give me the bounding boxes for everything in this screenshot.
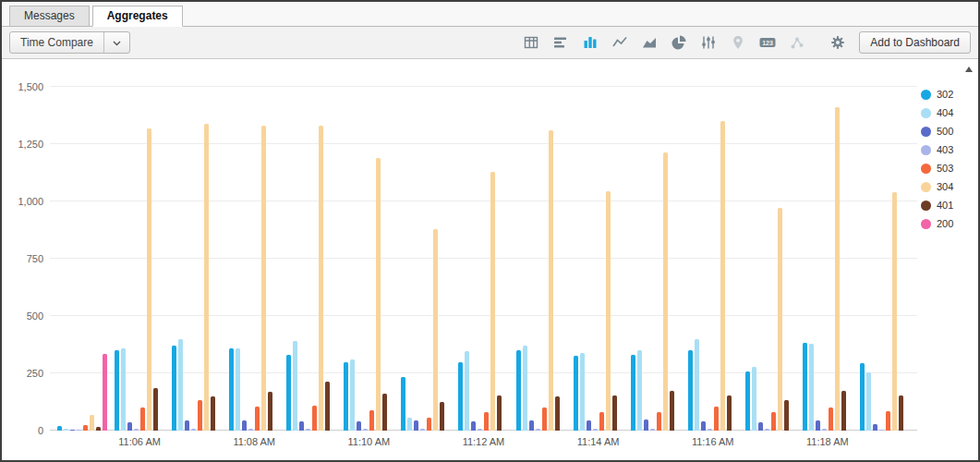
- bar-503[interactable]: [140, 407, 145, 431]
- bar-404[interactable]: [523, 346, 527, 431]
- bar-500[interactable]: [185, 420, 189, 431]
- bar-404[interactable]: [580, 353, 585, 431]
- bar-404[interactable]: [866, 372, 871, 431]
- bar-401[interactable]: [899, 395, 903, 431]
- bar-503[interactable]: [771, 412, 776, 431]
- bar-304[interactable]: [606, 191, 611, 431]
- add-to-dashboard-button[interactable]: Add to Dashboard: [859, 31, 971, 54]
- bar-503[interactable]: [369, 410, 374, 431]
- bar-401[interactable]: [727, 395, 732, 431]
- bar-403[interactable]: [134, 429, 139, 431]
- bar-chart-horizontal-icon[interactable]: [551, 34, 569, 52]
- bar-302[interactable]: [172, 346, 176, 431]
- legend-item-401[interactable]: 401: [921, 200, 974, 211]
- bar-500[interactable]: [816, 420, 820, 431]
- bar-403[interactable]: [191, 429, 196, 431]
- bar-302[interactable]: [115, 350, 119, 431]
- bar-chart-column-icon[interactable]: [581, 34, 599, 52]
- bar-401[interactable]: [268, 392, 272, 431]
- node-graph-icon[interactable]: [788, 34, 805, 52]
- bar-401[interactable]: [670, 391, 674, 431]
- bar-503[interactable]: [829, 407, 833, 431]
- bar-403[interactable]: [306, 429, 310, 431]
- bar-304[interactable]: [663, 152, 668, 431]
- bar-403[interactable]: [593, 429, 598, 431]
- sliders-icon[interactable]: [699, 34, 717, 52]
- bar-500[interactable]: [414, 420, 418, 431]
- bar-403[interactable]: [708, 429, 712, 431]
- bar-500[interactable]: [127, 422, 132, 431]
- bar-304[interactable]: [147, 128, 151, 431]
- bar-401[interactable]: [153, 388, 158, 431]
- bar-403[interactable]: [879, 430, 884, 431]
- bar-404[interactable]: [752, 367, 756, 431]
- bar-401[interactable]: [612, 395, 617, 431]
- bar-503[interactable]: [255, 407, 260, 431]
- numeric-display-icon[interactable]: 123: [758, 34, 776, 52]
- bar-302[interactable]: [631, 355, 635, 431]
- bar-404[interactable]: [121, 348, 126, 431]
- bar-401[interactable]: [555, 396, 560, 431]
- bar-503[interactable]: [484, 412, 489, 431]
- bar-304[interactable]: [720, 121, 725, 431]
- bar-404[interactable]: [809, 344, 814, 431]
- bar-403[interactable]: [822, 429, 827, 431]
- bar-403[interactable]: [363, 429, 368, 431]
- bar-403[interactable]: [420, 429, 425, 431]
- bar-500[interactable]: [242, 420, 247, 431]
- legend-item-500[interactable]: 500: [921, 126, 974, 137]
- bar-404[interactable]: [236, 348, 240, 431]
- bar-500[interactable]: [471, 421, 476, 431]
- bar-403[interactable]: [765, 429, 769, 431]
- bar-403[interactable]: [248, 429, 253, 431]
- bar-302[interactable]: [803, 343, 807, 431]
- bar-304[interactable]: [549, 130, 553, 431]
- area-chart-icon[interactable]: [640, 34, 658, 52]
- bar-500[interactable]: [758, 422, 763, 431]
- bar-304[interactable]: [204, 124, 209, 431]
- table-icon[interactable]: [522, 34, 539, 52]
- bar-503[interactable]: [714, 407, 719, 431]
- bar-404[interactable]: [178, 339, 183, 431]
- bar-302[interactable]: [57, 426, 62, 431]
- bar-500[interactable]: [587, 420, 591, 431]
- bar-401[interactable]: [440, 402, 444, 431]
- bar-302[interactable]: [344, 362, 348, 431]
- bar-302[interactable]: [516, 350, 521, 431]
- tab-aggregates[interactable]: Aggregates: [92, 6, 183, 27]
- bar-404[interactable]: [637, 350, 642, 431]
- bar-403[interactable]: [478, 429, 482, 431]
- bar-403[interactable]: [650, 429, 655, 431]
- bar-302[interactable]: [574, 356, 578, 431]
- bar-401[interactable]: [497, 395, 502, 431]
- legend-item-304[interactable]: 304: [921, 181, 974, 192]
- bar-503[interactable]: [542, 407, 547, 431]
- bar-404[interactable]: [293, 341, 297, 431]
- bar-503[interactable]: [312, 406, 317, 431]
- bar-503[interactable]: [427, 418, 431, 431]
- bar-401[interactable]: [96, 427, 101, 431]
- bar-500[interactable]: [70, 430, 75, 431]
- bar-304[interactable]: [90, 415, 94, 431]
- legend-item-403[interactable]: 403: [921, 144, 974, 155]
- bar-404[interactable]: [407, 418, 412, 431]
- bar-304[interactable]: [261, 126, 266, 431]
- legend-item-200[interactable]: 200: [921, 218, 974, 229]
- time-compare-caret[interactable]: [103, 32, 129, 53]
- scroll-up-icon[interactable]: [965, 67, 973, 72]
- bar-302[interactable]: [688, 350, 693, 431]
- bar-404[interactable]: [465, 351, 469, 431]
- bar-304[interactable]: [490, 172, 495, 431]
- bar-503[interactable]: [657, 412, 661, 431]
- bar-302[interactable]: [229, 348, 234, 431]
- bar-500[interactable]: [701, 421, 706, 431]
- bar-503[interactable]: [886, 411, 890, 431]
- map-pin-icon[interactable]: [729, 34, 746, 52]
- bar-403[interactable]: [77, 430, 81, 431]
- bar-503[interactable]: [599, 412, 604, 431]
- bar-404[interactable]: [350, 359, 355, 431]
- bar-401[interactable]: [784, 400, 789, 431]
- bar-500[interactable]: [644, 419, 648, 431]
- bar-304[interactable]: [835, 107, 840, 431]
- bar-401[interactable]: [382, 394, 387, 431]
